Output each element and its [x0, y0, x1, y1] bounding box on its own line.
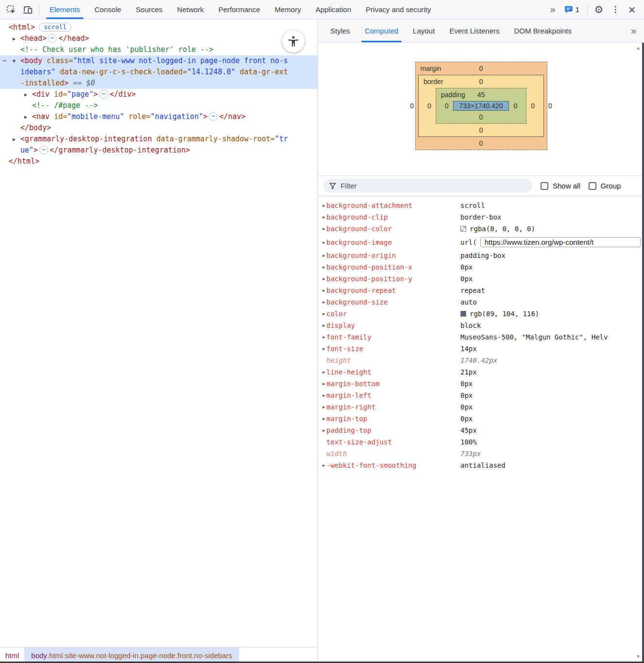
property-expand-arrow-icon[interactable]: ▶ — [318, 226, 326, 231]
computed-property-row[interactable]: ▶background-repeatrepeat — [318, 285, 644, 296]
property-expand-arrow-icon[interactable]: ▶ — [318, 215, 326, 220]
collapsed-content-ellipsis-icon[interactable]: ⋯ — [48, 34, 57, 43]
border-right-value[interactable]: 0 — [526, 102, 539, 110]
dom-tree-node[interactable]: ▶<div id="page">⋯</div> — [0, 89, 291, 100]
property-expand-arrow-icon[interactable]: ▶ — [318, 276, 326, 281]
tab-network[interactable]: Network — [170, 0, 211, 19]
sidebar-tab-layout[interactable]: Layout — [406, 19, 442, 42]
property-expand-arrow-icon[interactable]: ▶ — [318, 370, 326, 374]
tab-elements[interactable]: Elements — [42, 0, 87, 19]
computed-property-row[interactable]: width733px — [318, 448, 644, 459]
tab-console[interactable]: Console — [87, 0, 129, 19]
group-checkbox[interactable] — [589, 182, 596, 190]
settings-gear-icon[interactable]: ⚙ — [591, 1, 607, 18]
tab-memory[interactable]: Memory — [268, 0, 308, 19]
sidebar-tab-event-listeners[interactable]: Event Listeners — [442, 19, 507, 42]
property-expand-arrow-icon[interactable]: ▶ — [318, 240, 326, 245]
padding-right-value[interactable]: 0 — [509, 102, 522, 110]
computed-property-row[interactable]: ▶background-imageurl(https://www.tizen.o… — [318, 235, 644, 250]
tab-application[interactable]: Application — [308, 0, 358, 19]
accessibility-overlay-button[interactable] — [282, 30, 305, 52]
color-swatch[interactable] — [460, 311, 466, 317]
dom-tree-node[interactable]: <!-- /#page --> — [0, 100, 291, 111]
breadcrumb-item[interactable]: body.html.site-www.not-logged-in.page-no… — [24, 647, 239, 663]
expand-arrow-icon[interactable]: ▶ — [24, 111, 27, 122]
dom-tree-node[interactable]: <!-- Check user who has 'publisher' role… — [0, 44, 291, 55]
dom-tree-node[interactable]: ▶<head>⋯</head> — [0, 33, 291, 44]
box-model-border[interactable]: border 0 0 padding 45 — [418, 75, 544, 137]
tab-sources[interactable]: Sources — [129, 0, 170, 19]
property-expand-arrow-icon[interactable]: ▶ — [318, 311, 326, 316]
property-expand-arrow-icon[interactable]: ▶ — [318, 265, 326, 270]
background-image-url-link[interactable]: https://www.tizen.org/wp-content/t — [480, 237, 641, 247]
computed-property-row[interactable]: ▶line-height21px — [318, 366, 644, 378]
dom-tree-node[interactable]: ▶<grammarly-desktop-integration data-gra… — [0, 134, 291, 156]
show-all-checkbox[interactable] — [541, 182, 548, 190]
computed-property-row[interactable]: ▶font-size14px — [318, 343, 644, 355]
computed-property-row[interactable]: ▶padding-top45px — [318, 425, 644, 436]
tab-privacy-and-security[interactable]: Privacy and security — [358, 0, 438, 19]
dom-tree-node[interactable]: ▶<nav id="mobile-menu" role="navigation"… — [0, 111, 291, 122]
scroll-down-icon[interactable]: ▼ — [636, 654, 641, 659]
property-expand-arrow-icon[interactable]: ▶ — [318, 346, 326, 351]
content-size-value[interactable]: 733×1740.420 — [453, 101, 509, 111]
scroll-up-icon[interactable]: ▲ — [636, 45, 641, 51]
margin-bottom-value[interactable]: 0 — [479, 139, 483, 147]
collapsed-content-ellipsis-icon[interactable]: ⋯ — [209, 112, 218, 121]
sidebar-more-tabs-icon[interactable]: » — [626, 25, 644, 36]
computed-property-row[interactable]: ▶font-familyMuseoSans-500, "Malgun Gothi… — [318, 331, 644, 343]
property-expand-arrow-icon[interactable]: ▶ — [318, 416, 326, 421]
property-expand-arrow-icon[interactable]: ▶ — [318, 323, 326, 328]
more-options-icon[interactable]: ⋮ — [607, 1, 624, 18]
more-tabs-icon[interactable]: » — [545, 4, 559, 15]
computed-property-row[interactable]: ▶background-position-x0px — [318, 261, 644, 273]
property-expand-arrow-icon[interactable]: ▶ — [318, 405, 326, 409]
box-model-margin[interactable]: margin 0 0 border 0 0 — [415, 62, 547, 150]
collapsed-content-ellipsis-icon[interactable]: ⋯ — [99, 90, 108, 99]
expand-arrow-icon[interactable]: ▶ — [13, 33, 16, 44]
property-expand-arrow-icon[interactable]: ▶ — [318, 335, 326, 340]
computed-property-row[interactable]: ▶colorrgb(89, 104, 116) — [318, 308, 644, 320]
scroll-badge[interactable]: scroll — [39, 23, 71, 32]
computed-property-row[interactable]: ▶background-colorrgba(0, 0, 0, 0) — [318, 223, 644, 235]
box-model-padding[interactable]: padding 45 0 733×1740.420 0 0 — [436, 88, 527, 124]
dom-tree-node[interactable]: <html>scroll — [0, 22, 291, 33]
filter-input[interactable] — [340, 182, 526, 190]
sidebar-tab-dom-breakpoints[interactable]: DOM Breakpoints — [507, 19, 579, 42]
computed-property-row[interactable]: height1740.42px — [318, 355, 644, 366]
expand-arrow-icon[interactable]: ▶ — [13, 134, 16, 145]
property-expand-arrow-icon[interactable]: ▶ — [318, 253, 326, 258]
border-bottom-value[interactable]: 0 — [479, 126, 483, 134]
issues-counter[interactable]: 1 — [559, 5, 584, 14]
computed-property-row[interactable]: ▶background-attachmentscroll — [318, 200, 644, 211]
computed-property-row[interactable]: ▶background-sizeauto — [318, 296, 644, 308]
computed-property-row[interactable]: text-size-adjust100% — [318, 436, 644, 448]
dom-tree-node[interactable]: </html> — [0, 156, 291, 167]
sidebar-tab-styles[interactable]: Styles — [323, 19, 357, 42]
property-expand-arrow-icon[interactable]: ▶ — [318, 428, 326, 433]
padding-bottom-value[interactable]: 0 — [479, 113, 483, 121]
color-swatch[interactable] — [460, 226, 466, 232]
property-expand-arrow-icon[interactable]: ▶ — [318, 463, 326, 468]
sidebar-tab-computed[interactable]: Computed — [357, 19, 406, 42]
node-overflow-menu-icon[interactable]: ⋯ — [2, 55, 7, 67]
padding-top-value[interactable]: 45 — [477, 91, 485, 99]
property-expand-arrow-icon[interactable]: ▶ — [318, 203, 326, 208]
padding-left-value[interactable]: 0 — [441, 102, 453, 110]
computed-property-row[interactable]: ▶displayblock — [318, 320, 644, 331]
breadcrumb-item[interactable]: html — [0, 647, 24, 663]
computed-property-row[interactable]: ▶background-clipborder-box — [318, 211, 644, 223]
computed-property-row[interactable]: ▶background-originpadding-box — [318, 250, 644, 261]
collapse-arrow-icon[interactable]: ▼ — [13, 55, 16, 67]
margin-top-value[interactable]: 0 — [479, 65, 483, 72]
computed-property-row[interactable]: ▶-webkit-font-smoothingantialiased — [318, 459, 644, 471]
property-expand-arrow-icon[interactable]: ▶ — [318, 300, 326, 305]
computed-property-row[interactable]: ▶margin-left0px — [318, 390, 644, 401]
dom-tree-node[interactable]: </body> — [0, 122, 291, 134]
inspect-element-icon[interactable] — [3, 1, 19, 18]
dom-tree-node[interactable]: ⋯▼<body class="html site-www not-logged-… — [0, 55, 318, 89]
computed-property-row[interactable]: ▶margin-top0px — [318, 413, 644, 425]
computed-property-row[interactable]: ▶margin-bottom0px — [318, 378, 644, 390]
device-toolbar-icon[interactable] — [19, 1, 36, 18]
tab-performance[interactable]: Performance — [211, 0, 268, 19]
